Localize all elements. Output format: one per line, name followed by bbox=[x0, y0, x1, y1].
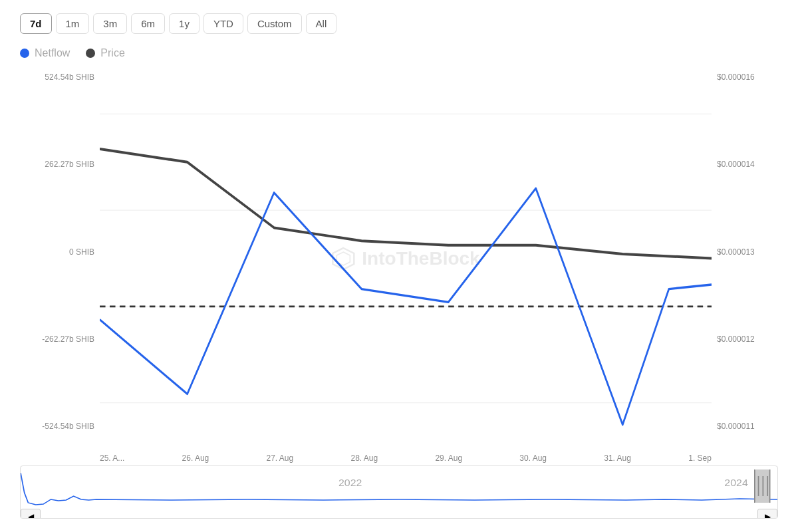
x-label-0: 25. A... bbox=[100, 454, 124, 463]
svg-text:2024: 2024 bbox=[724, 477, 747, 488]
time-btn-custom[interactable]: Custom bbox=[247, 13, 302, 34]
nav-arrows: ◀ ▶ bbox=[21, 509, 777, 519]
chart-legend: NetflowPrice bbox=[20, 47, 778, 59]
chart-wrapper: 524.54b SHIB262.27b SHIB0 SHIB-262.27b S… bbox=[20, 66, 778, 519]
y-axis-left: 524.54b SHIB262.27b SHIB0 SHIB-262.27b S… bbox=[20, 66, 100, 451]
y-right-label-1: $0.000014 bbox=[717, 160, 755, 169]
y-right-label-0: $0.000016 bbox=[717, 72, 755, 82]
x-label-3: 28. Aug bbox=[350, 454, 378, 463]
nav-left-button[interactable]: ◀ bbox=[21, 509, 41, 519]
y-right-label-3: $0.000012 bbox=[717, 334, 755, 344]
y-right-label-2: $0.000013 bbox=[717, 247, 755, 257]
time-range-selector: 7d1m3m6m1yYTDCustomAll bbox=[20, 13, 778, 34]
x-label-2: 27. Aug bbox=[267, 454, 294, 463]
time-btn-all[interactable]: All bbox=[306, 13, 337, 34]
legend-dot-price bbox=[86, 49, 95, 58]
legend-label-price: Price bbox=[100, 47, 124, 59]
legend-item-netflow: Netflow bbox=[20, 47, 70, 59]
x-label-6: 31. Aug bbox=[604, 454, 631, 463]
main-chart-area: 524.54b SHIB262.27b SHIB0 SHIB-262.27b S… bbox=[20, 66, 778, 451]
y-left-label-2: 0 SHIB bbox=[69, 247, 94, 257]
y-right-label-4: $0.000011 bbox=[717, 422, 755, 431]
legend-dot-netflow bbox=[20, 49, 29, 58]
x-label-7: 1. Sep bbox=[688, 454, 712, 463]
y-left-label-4: -524.54b SHIB bbox=[42, 422, 94, 431]
nav-right-button[interactable]: ▶ bbox=[757, 509, 777, 519]
legend-label-netflow: Netflow bbox=[35, 47, 70, 59]
chart-inner: IntoTheBlock bbox=[100, 66, 712, 451]
time-btn-1y[interactable]: 1y bbox=[169, 13, 200, 34]
x-label-5: 30. Aug bbox=[519, 454, 547, 463]
x-label-4: 29. Aug bbox=[435, 454, 462, 463]
time-btn-ytd[interactable]: YTD bbox=[203, 13, 243, 34]
y-left-label-1: 262.27b SHIB bbox=[45, 160, 94, 169]
svg-text:2022: 2022 bbox=[338, 477, 362, 488]
legend-item-price: Price bbox=[86, 47, 124, 59]
time-btn-1m[interactable]: 1m bbox=[56, 13, 90, 34]
time-btn-6m[interactable]: 6m bbox=[131, 13, 165, 34]
time-btn-3m[interactable]: 3m bbox=[93, 13, 127, 34]
y-left-label-3: -262.27b SHIB bbox=[42, 334, 94, 344]
main-container: 7d1m3m6m1yYTDCustomAll NetflowPrice 524.… bbox=[0, 0, 798, 532]
navigator: 2022 2024 ◀ ▶ bbox=[20, 466, 778, 519]
x-axis: 25. A...26. Aug27. Aug28. Aug29. Aug30. … bbox=[20, 451, 712, 463]
x-label-1: 26. Aug bbox=[182, 454, 209, 463]
time-btn-7d[interactable]: 7d bbox=[20, 13, 52, 34]
y-left-label-0: 524.54b SHIB bbox=[45, 72, 94, 82]
y-axis-right: $0.000016$0.000014$0.000013$0.000012$0.0… bbox=[712, 66, 778, 451]
